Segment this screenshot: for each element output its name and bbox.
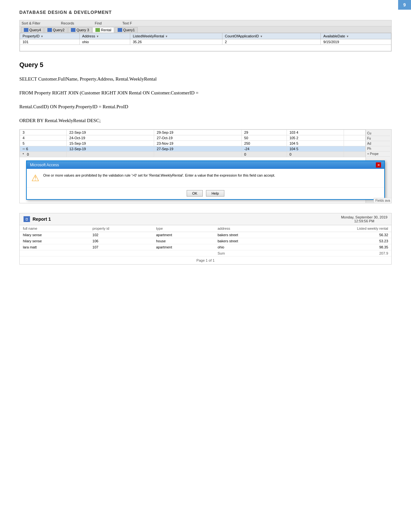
query5-line1: SELECT Customer.FullName, Property.Addre… [19,74,392,84]
report-sum-row: Sum 207.9 [20,250,391,256]
sort-filter-label: Sort & Filter [22,21,40,25]
report-row-1: hilary sense 102 apartment bakers street… [20,232,391,238]
report-header-row: full name property id type address Liste… [20,225,391,232]
report-time: 12:59:56 PM [341,219,387,223]
report-row-2: hilary sense 106 house bakers street 53.… [20,238,391,244]
page-title: DATABASE DESIGN & DEVELOPMENT [19,10,392,15]
cell-availabledate: 9/15/2019 [320,39,391,45]
find-label: Find [95,21,102,25]
query2-icon [47,28,52,32]
col-header-propertyid[interactable]: PropertyID ▼ [20,33,80,39]
right-panel-ph: Ph [367,146,390,151]
tab-query1[interactable]: Query1 [115,27,138,33]
tab-query4[interactable]: Query4 [21,27,44,33]
query5-line4: ORDER BY Rental.WeeklyRental DESC; [19,115,392,126]
fields-available-label: Fields ava [374,198,391,203]
cell-rental-3: 98.35 [288,244,391,250]
dialog-ok-button[interactable]: OK [187,190,203,197]
cell-address-2: bakers street [214,238,288,244]
sum-value: 207.9 [288,250,391,256]
table-row-selected: ✏ 6 12-Sep-19 27-Sep-19 -24 104 5 [20,146,366,152]
report-title: Report 1 [33,217,51,222]
report-footer: Page 1 of 1 [20,256,391,264]
right-panel-cu: Cu [367,131,390,136]
col-header-address[interactable]: Address ▼ [79,33,130,39]
records-label: Records [61,21,74,25]
table-row-empty [20,45,391,51]
table-row: 5 15-Sep-19 23-Nov-19 250 104 5 [20,141,366,146]
dialog-close-button[interactable]: ✕ [376,162,381,168]
access-tabs-top: Query4 Query2 Query 3 Rental Query1 [20,26,391,33]
cell-full-name-1: hilary sense [20,232,89,238]
cell-type-3: apartment [153,244,214,250]
cell-property-id-2: 106 [89,238,153,244]
report-container: 🗋 Report 1 Monday, September 30, 2019 12… [19,213,392,265]
cell-full-name-3: lara matt [20,244,89,250]
query4-icon [24,28,28,32]
query-result-window: Cu Fu Ad Ph + Prope 3 22-Sep-19 29-Sep-1… [19,129,392,203]
report-title-area: 🗋 Report 1 [24,216,51,222]
access-toolbar: Sort & Filter Records Find Text F [20,20,391,26]
cell-property-id-3: 107 [89,244,153,250]
right-panel-ad: Ad [367,141,390,146]
right-panel-fu: Fu [367,136,390,141]
page-indicator: Page 1 of 1 [196,258,214,262]
cell-rental-1: 56.32 [288,232,391,238]
cell-full-name-2: hilary sense [20,238,89,244]
cell-address-1: bakers street [214,232,288,238]
cell-countofapplicationid: 2 [222,39,320,45]
warning-icon: ⚠ [31,173,39,183]
dialog-body: ⚠ One or more values are prohibited by t… [27,169,384,187]
report-icon: 🗋 [24,216,30,222]
text-f-label: Text F [122,21,132,25]
dialog-message: One or more values are prohibited by the… [43,173,380,178]
tab-rental[interactable]: Rental [93,27,114,33]
cell-type-2: house [153,238,214,244]
dialog-title-bar: Microsoft Access ✕ [27,161,384,169]
report-row-3: lara matt 107 apartment ohio 98.35 [20,244,391,250]
query5-line2: FROM Property RIGHT JOIN (Customer RIGHT… [19,88,392,98]
tab-query3[interactable]: Query 3 [68,27,92,33]
dialog-buttons: OK Help [27,187,384,199]
cell-address: ohio [79,39,130,45]
cell-propertyid: 101 [20,39,80,45]
report-table: full name property id type address Liste… [20,225,391,256]
query5-title: Query 5 [19,61,392,69]
report-date: Monday, September 30, 2019 [341,215,387,219]
table-row: 4 24-Oct-19 27-Oct-19 50 105 2 [20,135,366,141]
cell-listedweeklyrental: 35.26 [130,39,222,45]
col-header-availabledate[interactable]: AvailableDate ▼ [320,33,391,39]
cell-type-1: apartment [153,232,214,238]
col-property-id: property id [89,225,153,232]
access-window-top: Sort & Filter Records Find Text F Query4… [19,20,392,52]
col-header-countofapplicationid[interactable]: CountOfApplicationID ▼ [222,33,320,39]
col-address: address [214,225,288,232]
col-type: type [153,225,214,232]
dialog-help-button[interactable]: Help [206,190,224,197]
table-row: 3 22-Sep-19 29-Sep-19 29 103 4 [20,130,366,135]
report-date-area: Monday, September 30, 2019 12:59:56 PM [341,215,387,223]
page-number: 9 [398,0,411,10]
right-panel-prope: + Prope [367,151,390,157]
col-listed-weekly-rental: Listed weekly rental [288,225,391,232]
report-header: 🗋 Report 1 Monday, September 30, 2019 12… [20,213,391,225]
cell-property-id-1: 102 [89,232,153,238]
sum-label: Sum [214,250,288,256]
query3-icon [71,28,75,32]
rental-icon [95,28,100,32]
access-table-top: PropertyID ▼ Address ▼ ListedWeeklyRenta… [20,33,391,51]
result-table: 3 22-Sep-19 29-Sep-19 29 103 4 4 24-Oct-… [20,130,366,157]
col-full-name: full name [20,225,89,232]
query1-icon [118,28,122,32]
table-row-new: * 0 0 0 [20,152,366,157]
dialog-title-text: Microsoft Access [30,163,59,167]
col-header-listedweeklyrental[interactable]: ListedWeeklyRental ▼ [130,33,222,39]
table-row: 101 ohio 35.26 2 9/15/2019 [20,39,391,45]
query5-line3: Rental.CustID) ON Property.PropertyID = … [19,102,392,112]
cell-rental-2: 53.23 [288,238,391,244]
ms-access-dialog: Microsoft Access ✕ ⚠ One or more values … [26,160,385,200]
cell-address-3: ohio [214,244,288,250]
tab-query2[interactable]: Query2 [44,27,67,33]
